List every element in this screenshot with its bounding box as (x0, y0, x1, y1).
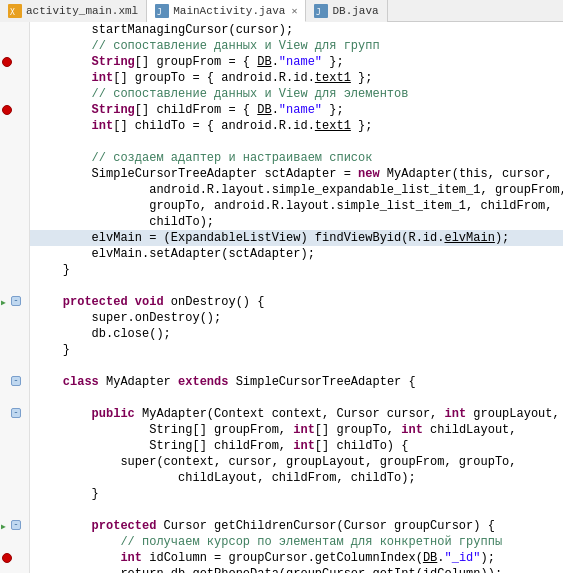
token: int (34, 70, 113, 86)
code-line: protected Cursor getChildrenCursor(Curso… (30, 518, 563, 534)
xml-icon: X (8, 4, 22, 18)
token: }; (322, 54, 344, 70)
gutter-row (0, 70, 29, 86)
code-line: } (30, 262, 563, 278)
code-line: int[] childTo = { android.R.id.text1 }; (30, 118, 563, 134)
code-line: db.close(); (30, 326, 563, 342)
gutter-row (0, 118, 29, 134)
tab-mainactivity-java[interactable]: J MainActivity.java ✕ (147, 0, 306, 22)
token: int (293, 422, 315, 438)
code-line: childLayout, childFrom, childTo); (30, 470, 563, 486)
token: public (34, 406, 135, 422)
token: MyAdapter(this, cursor, (380, 166, 553, 182)
error-marker (2, 57, 12, 67)
code-area: ▶---▶- startManagingCursor(cursor); // с… (0, 22, 563, 573)
token: int (401, 422, 423, 438)
gutter-row: - (0, 406, 29, 422)
token: [] childTo) { (315, 438, 409, 454)
gutter-row (0, 166, 29, 182)
token: return db.getPhoneData(groupCursor.getIn… (34, 566, 502, 573)
tab-label-main: MainActivity.java (173, 5, 285, 17)
gutter-row (0, 342, 29, 358)
tab-close-main[interactable]: ✕ (291, 5, 297, 17)
gutter-row (0, 182, 29, 198)
token: . (272, 54, 279, 70)
gutter-row (0, 54, 29, 70)
token: // сопоставление данных и View для групп (34, 38, 380, 54)
token: . (437, 550, 444, 566)
token: MyAdapter (99, 374, 178, 390)
code-content[interactable]: startManagingCursor(cursor); // сопостав… (30, 22, 563, 573)
gutter-row (0, 486, 29, 502)
token: }; (322, 102, 344, 118)
code-line: String[] groupFrom = { DB."name" }; (30, 54, 563, 70)
code-line (30, 358, 563, 374)
collapse-marker[interactable]: - (11, 376, 21, 386)
token: groupLayout, (466, 406, 560, 422)
token: // сопоставление данных и View для элеме… (34, 86, 408, 102)
gutter-row (0, 230, 29, 246)
token: "name" (279, 102, 322, 118)
java-icon-main: J (155, 4, 169, 18)
code-line: android.R.layout.simple_expandable_list_… (30, 182, 563, 198)
code-line: return db.getPhoneData(groupCursor.getIn… (30, 566, 563, 573)
gutter-row (0, 38, 29, 54)
collapse-marker[interactable]: - (11, 408, 21, 418)
token: elvMain = (ExpandableListView) findViewB… (34, 230, 444, 246)
gutter-row (0, 22, 29, 38)
collapse-marker[interactable]: - (11, 296, 21, 306)
tab-db-java[interactable]: J DB.java (306, 0, 387, 22)
gutter-row: - (0, 374, 29, 390)
gutter-row (0, 390, 29, 406)
token: // создаем адаптер и настраиваем список (34, 150, 372, 166)
gutter-row (0, 566, 29, 573)
gutter-row (0, 326, 29, 342)
token: ); (481, 550, 495, 566)
token: int (293, 438, 315, 454)
code-line: groupTo, android.R.layout.simple_list_it… (30, 198, 563, 214)
code-line (30, 390, 563, 406)
tab-activity-main-xml[interactable]: X activity_main.xml (0, 0, 147, 22)
token: protected (34, 518, 156, 534)
gutter-row (0, 246, 29, 262)
token: groupTo, android.R.layout. (34, 198, 336, 214)
error-marker (2, 553, 12, 563)
token: SimpleCursorTreeAdapter { (228, 374, 415, 390)
token: startManagingCursor(cursor); (34, 22, 293, 38)
token: Cursor getChildrenCursor(Cursor groupCur… (156, 518, 494, 534)
gutter-row (0, 134, 29, 150)
gutter-row: ▶- (0, 518, 29, 534)
token: int (34, 118, 113, 134)
token: super(context, cursor, groupLayout, grou… (34, 454, 516, 470)
gutter-row (0, 502, 29, 518)
token: String (34, 54, 135, 70)
token: db.close(); (34, 326, 171, 342)
collapse-marker[interactable]: - (11, 520, 21, 530)
tab-label-xml: activity_main.xml (26, 5, 138, 17)
token: childLayout, childFrom, childTo); (34, 470, 416, 486)
gutter-row (0, 422, 29, 438)
gutter-row (0, 358, 29, 374)
token: // получаем курсор по элементам для конк… (34, 534, 502, 550)
token: text1 (315, 70, 351, 86)
java-icon-db: J (314, 4, 328, 18)
token: idColumn = groupCursor.getColumnIndex( (142, 550, 423, 566)
token: String[] groupFrom, (34, 422, 293, 438)
token: [] groupFrom = { (135, 54, 257, 70)
token: int (444, 406, 466, 422)
gutter-row (0, 198, 29, 214)
token: } (34, 262, 70, 278)
code-line: startManagingCursor(cursor); (30, 22, 563, 38)
gutter-row (0, 102, 29, 118)
gutter-row (0, 438, 29, 454)
code-line: public MyAdapter(Context context, Cursor… (30, 406, 563, 422)
token: DB (257, 54, 271, 70)
token: elvMain.setAdapter(sctAdapter); (34, 246, 315, 262)
gutter-row (0, 150, 29, 166)
token: simple_list_item_1 (336, 198, 466, 214)
token: "name" (279, 54, 322, 70)
token: childTo); (34, 214, 214, 230)
token: } (34, 486, 99, 502)
arrow-marker: ▶ (1, 298, 6, 307)
token: } (34, 342, 70, 358)
